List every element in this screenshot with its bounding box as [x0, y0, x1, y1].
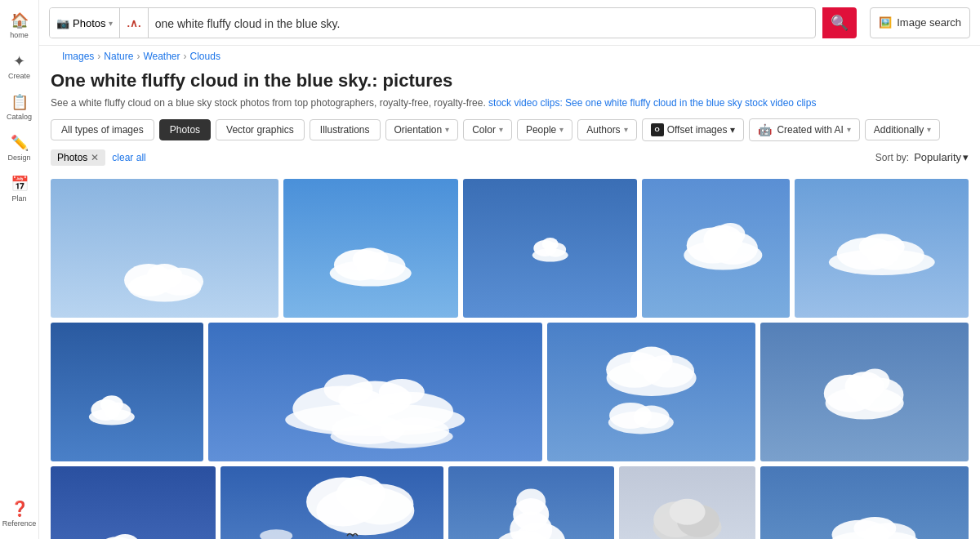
- main-content: 📷 Photos ▾ .∧. 🔍 🖼️ Image search Images …: [39, 0, 980, 539]
- grid-row-3: [51, 466, 969, 539]
- svg-point-45: [860, 368, 889, 393]
- image-thumb-6[interactable]: [51, 323, 203, 461]
- image-thumb-11[interactable]: [220, 466, 443, 539]
- image-search-button[interactable]: 🖼️ Image search: [870, 7, 970, 38]
- sidebar-item-home[interactable]: 🏠 home: [2, 7, 38, 44]
- chevron-authors: ▾: [624, 125, 628, 134]
- filter-ai[interactable]: 🤖 Created with AI ▾: [749, 118, 859, 141]
- filter-color[interactable]: Color ▾: [463, 119, 512, 140]
- image-thumb-12[interactable]: [448, 466, 613, 539]
- sort-bar: Sort by: Popularity ▾: [875, 151, 969, 163]
- search-bar: 📷 Photos ▾ .∧.: [49, 7, 816, 38]
- filter-offset[interactable]: O Offset images ▾: [642, 118, 745, 141]
- image-thumb-5[interactable]: [795, 179, 969, 318]
- sidebar-item-create[interactable]: ✦ Create: [2, 47, 38, 85]
- breadcrumb-nature[interactable]: Nature: [104, 51, 133, 62]
- image-thumb-1[interactable]: [51, 179, 278, 318]
- design-icon: ✏️: [11, 134, 29, 152]
- camera-icon: 📷: [56, 17, 69, 29]
- filter-authors[interactable]: Authors ▾: [577, 119, 636, 140]
- filter-people[interactable]: People ▾: [517, 119, 572, 140]
- svg-point-60: [516, 488, 546, 514]
- chevron-sort: ▾: [963, 151, 969, 163]
- search-button[interactable]: 🔍: [822, 7, 857, 38]
- chevron-additionally: ▾: [927, 125, 931, 134]
- filter-tab-photos[interactable]: Photos: [159, 119, 211, 140]
- filter-tab-illustrations[interactable]: Illustrations: [310, 119, 381, 140]
- image-thumb-2[interactable]: [283, 179, 457, 318]
- search-input[interactable]: [155, 17, 809, 30]
- video-clips-link[interactable]: stock video clips: See one white fluffy …: [488, 97, 816, 109]
- sidebar-item-catalog[interactable]: 📋 Catalog: [2, 88, 38, 126]
- grid-row-2: [51, 323, 969, 461]
- sidebar-item-reference[interactable]: ❓ Reference: [2, 495, 38, 532]
- clear-all-link[interactable]: clear all: [112, 152, 145, 163]
- home-icon: 🏠: [11, 11, 29, 29]
- page-subtitle: See a white fluffy cloud on a blue sky s…: [51, 96, 969, 110]
- chevron-ai: ▾: [847, 125, 851, 134]
- svg-point-69: [853, 517, 896, 539]
- image-thumb-3[interactable]: [463, 179, 637, 318]
- filter-additionally[interactable]: Additionally ▾: [865, 119, 940, 140]
- image-search-icon: 🖼️: [879, 16, 892, 29]
- reference-icon: ❓: [11, 500, 29, 518]
- image-thumb-8[interactable]: [547, 323, 755, 461]
- sidebar-item-design[interactable]: ✏️ Design: [2, 129, 38, 167]
- sidebar-item-plan[interactable]: 📅 Plan: [2, 170, 38, 207]
- breadcrumb-sep-1: ›: [97, 51, 100, 62]
- image-thumb-10[interactable]: [51, 466, 216, 539]
- image-thumb-13[interactable]: [619, 466, 755, 539]
- chevron-color: ▾: [499, 125, 503, 134]
- svg-point-33: [381, 417, 449, 443]
- image-thumb-14[interactable]: [760, 466, 969, 539]
- plan-icon: 📅: [11, 175, 29, 193]
- page-title: One white fluffy cloud in the blue sky.:…: [51, 70, 969, 91]
- image-grid: [51, 179, 969, 539]
- filter-bar: All types of images Photos Vector graphi…: [51, 118, 969, 141]
- filter-tab-vector[interactable]: Vector graphics: [216, 119, 305, 140]
- search-type-label: Photos: [73, 17, 105, 29]
- filter-tab-all[interactable]: All types of images: [51, 119, 154, 140]
- svg-point-29: [324, 374, 373, 403]
- sidebar: 🏠 home ✦ Create 📋 Catalog ✏️ Design 📅 Pl…: [0, 0, 39, 539]
- svg-point-16: [715, 223, 745, 246]
- catalog-icon: 📋: [11, 93, 29, 111]
- svg-point-40: [633, 405, 669, 428]
- ai-icon-wrapper: .∧.: [120, 8, 148, 38]
- header: 📷 Photos ▾ .∧. 🔍 🖼️ Image search: [39, 0, 980, 46]
- chevron-people: ▾: [559, 125, 564, 134]
- chevron-down-icon: ▾: [109, 19, 113, 28]
- breadcrumb-sep-2: ›: [136, 51, 140, 62]
- image-thumb-9[interactable]: [760, 323, 969, 461]
- svg-point-49: [110, 534, 140, 539]
- active-filters: Photos ✕ clear all: [51, 149, 146, 166]
- offset-logo-icon: O: [651, 123, 664, 136]
- breadcrumb-images[interactable]: Images: [62, 51, 94, 62]
- svg-point-3: [147, 264, 183, 288]
- breadcrumb-weather[interactable]: Weather: [143, 51, 180, 62]
- filter-orientation[interactable]: Orientation ▾: [385, 119, 459, 140]
- image-thumb-4[interactable]: [642, 179, 790, 318]
- search-icon: 🔍: [831, 14, 849, 32]
- create-icon: ✦: [13, 52, 25, 70]
- search-type-selector[interactable]: 📷 Photos ▾: [50, 8, 120, 38]
- image-thumb-7[interactable]: [208, 323, 541, 461]
- sort-dropdown[interactable]: Popularity ▾: [914, 151, 969, 163]
- svg-point-53: [336, 476, 385, 512]
- svg-point-24: [100, 395, 123, 413]
- chevron-offset: ▾: [730, 124, 735, 136]
- active-filter-photos[interactable]: Photos ✕: [51, 149, 105, 166]
- ai-filter-icon: 🤖: [758, 123, 772, 136]
- breadcrumb-clouds[interactable]: Clouds: [190, 51, 220, 62]
- svg-point-37: [630, 346, 672, 376]
- breadcrumb-sep-3: ›: [184, 51, 187, 62]
- ai-logo-icon: .∧.: [127, 17, 140, 29]
- grid-row-1: [51, 179, 969, 318]
- svg-point-20: [858, 234, 904, 260]
- remove-filter-icon[interactable]: ✕: [91, 152, 99, 163]
- chevron-orientation: ▾: [445, 125, 449, 134]
- svg-point-64: [669, 499, 705, 525]
- svg-point-30: [379, 379, 425, 405]
- content-area: Images › Nature › Weather › Clouds One w…: [39, 46, 980, 539]
- svg-point-11: [541, 238, 558, 251]
